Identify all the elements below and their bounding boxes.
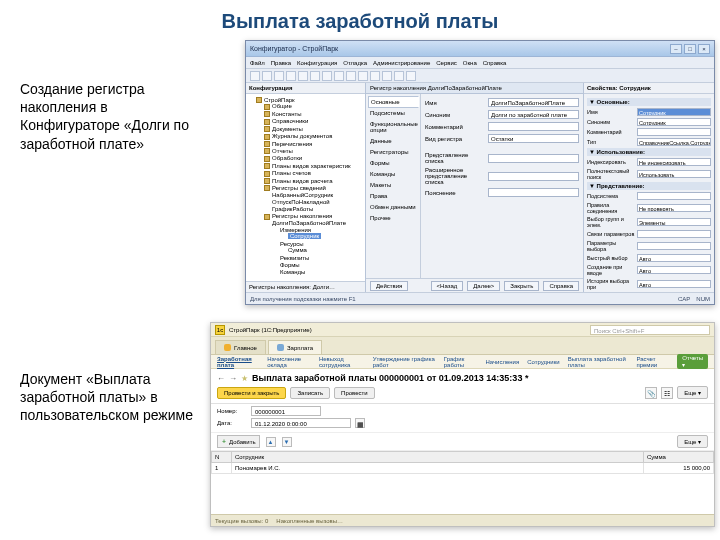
toolbar-button[interactable] xyxy=(334,71,344,81)
toolbar-button[interactable] xyxy=(346,71,356,81)
prop-input-linksel[interactable] xyxy=(637,242,711,250)
tree-forms[interactable]: Формы xyxy=(280,261,363,268)
subtab-bonus[interactable]: Расчет премии xyxy=(636,356,669,368)
tree-node-accum[interactable]: Регистры накопления ДолгиПоЗаработнойПла… xyxy=(264,213,363,276)
prop-input-fastsel[interactable]: Авто xyxy=(637,254,711,262)
toolbar-button[interactable] xyxy=(394,71,404,81)
actions-button[interactable]: Действия xyxy=(370,281,408,291)
tab-templates[interactable]: Макеты xyxy=(368,180,418,191)
tree-node[interactable]: Константы xyxy=(264,110,363,117)
grid-more-button[interactable]: Еще ▾ xyxy=(677,435,708,448)
subtab-salary[interactable]: Начисление оклада xyxy=(267,356,311,368)
tab-data[interactable]: Данные xyxy=(368,136,418,147)
tree-node[interactable]: Журналы документов xyxy=(264,133,363,140)
move-up-icon[interactable]: ▲ xyxy=(266,437,276,447)
post-close-button[interactable]: Провести и закрыть xyxy=(217,387,286,399)
tab-registrators[interactable]: Регистраторы xyxy=(368,147,418,158)
prop-input-fulltext[interactable]: Использовать xyxy=(637,170,711,178)
menu-edit[interactable]: Правка xyxy=(271,60,291,66)
input-listpresent[interactable] xyxy=(488,154,579,163)
col-employee[interactable]: Сотрудник xyxy=(232,452,644,463)
print-icon[interactable]: ☷ xyxy=(661,387,673,399)
prop-input-connect[interactable]: Не проверять xyxy=(637,204,711,212)
prop-group-present[interactable]: ▼ Представление: xyxy=(587,182,711,190)
toolbar-button[interactable] xyxy=(262,71,272,81)
tab-commands[interactable]: Команды xyxy=(368,169,418,180)
prop-group-use[interactable]: ▼ Использование: xyxy=(587,148,711,156)
tab-home[interactable]: Главное xyxy=(215,340,266,354)
tab-rights[interactable]: Права xyxy=(368,191,418,202)
tab-main[interactable]: Основные xyxy=(368,96,419,108)
attach-icon[interactable]: 📎 xyxy=(645,387,657,399)
prop-input-quickpick[interactable]: Элементы xyxy=(637,218,711,226)
tree-commands[interactable]: Команды xyxy=(280,268,363,275)
tree-node[interactable]: Планы счетов xyxy=(264,170,363,177)
close-editor-button[interactable]: Закрыть xyxy=(504,281,539,291)
toolbar-button[interactable] xyxy=(322,71,332,81)
menu-config[interactable]: Конфигурация xyxy=(297,60,337,66)
col-sum[interactable]: Сумма xyxy=(644,452,714,463)
toolbar-button[interactable] xyxy=(310,71,320,81)
tab-subsystems[interactable]: Подсистемы xyxy=(368,108,418,119)
back-button[interactable]: <Назад xyxy=(431,281,464,291)
tree-node[interactable]: Общие xyxy=(264,103,363,110)
subtab-payout[interactable]: Выплата заработной платы xyxy=(568,356,629,368)
tree-node[interactable]: Планы видов расчета xyxy=(264,177,363,184)
help-button[interactable]: Справка xyxy=(543,281,579,291)
input-number[interactable]: 000000001 xyxy=(251,406,321,416)
fwd-arrow-icon[interactable]: → xyxy=(229,374,237,383)
post-button[interactable]: Провести xyxy=(334,387,375,399)
prop-input-create[interactable]: Авто xyxy=(637,266,711,274)
toolbar-button[interactable] xyxy=(298,71,308,81)
tab-other[interactable]: Прочее xyxy=(368,213,418,224)
prop-input-comment[interactable] xyxy=(637,128,711,136)
grid[interactable]: N Сотрудник Сумма 1 Пономарев И.С. 15 00… xyxy=(211,451,714,514)
cell-employee[interactable]: Пономарев И.С. xyxy=(232,463,644,474)
prop-input-synonym[interactable]: Сотрудник xyxy=(637,118,711,126)
toolbar-button[interactable] xyxy=(370,71,380,81)
input-comment[interactable] xyxy=(488,122,579,131)
col-n[interactable]: N xyxy=(212,452,232,463)
subtab-schedule[interactable]: График работы xyxy=(444,356,478,368)
subtab-accruals[interactable]: Начисления xyxy=(485,359,519,365)
toolbar-button[interactable] xyxy=(250,71,260,81)
prop-input-name[interactable]: Сотрудник xyxy=(637,108,711,116)
tree-dimension-item[interactable]: Сотрудник xyxy=(288,233,363,240)
prop-input-index[interactable]: Не индексировать xyxy=(637,158,711,166)
tree-resources[interactable]: Ресурсы Сумма xyxy=(280,240,363,254)
select-regtype[interactable]: Остатки xyxy=(488,134,579,143)
close-button[interactable]: × xyxy=(698,44,710,54)
tree-node[interactable]: Справочники xyxy=(264,118,363,125)
tree-node[interactable]: Перечисления xyxy=(264,140,363,147)
prop-input-type[interactable]: СправочникСсылка.Сотрудники xyxy=(637,138,711,146)
next-button[interactable]: Далее> xyxy=(467,281,500,291)
more-button[interactable]: Еще ▾ xyxy=(677,386,708,399)
menu-windows[interactable]: Окна xyxy=(463,60,477,66)
prop-input-subsystem[interactable] xyxy=(637,192,711,200)
tree-node[interactable]: Документы xyxy=(264,125,363,132)
input-extpresent[interactable] xyxy=(488,172,579,181)
menu-file[interactable]: Файл xyxy=(250,60,265,66)
reports-button[interactable]: Отчеты ▾ xyxy=(677,354,708,369)
maximize-button[interactable]: □ xyxy=(684,44,696,54)
tree-leaf[interactable]: НабранныйСотрудник xyxy=(272,191,363,198)
toolbar-button[interactable] xyxy=(286,71,296,81)
toolbar-button[interactable] xyxy=(406,71,416,81)
tree-node[interactable]: Регистры сведений НабранныйСотрудник Отп… xyxy=(264,185,363,213)
config-tree[interactable]: СтройПарк Общие Константы Справочники До… xyxy=(246,94,365,281)
table-row[interactable]: 1 Пономарев И.С. 15 000,00 xyxy=(212,463,714,474)
minimize-button[interactable]: – xyxy=(670,44,682,54)
subtab-wage[interactable]: Заработная плата xyxy=(217,356,259,368)
toolbar-button[interactable] xyxy=(358,71,368,81)
tab-funcopts[interactable]: Функциональные опции xyxy=(368,119,418,136)
cell-sum[interactable]: 15 000,00 xyxy=(644,463,714,474)
tree-dimensions[interactable]: Измерения Сотрудник xyxy=(280,226,363,240)
prop-input-history[interactable]: Авто xyxy=(637,280,711,288)
move-down-icon[interactable]: ▼ xyxy=(282,437,292,447)
favorite-icon[interactable]: ★ xyxy=(241,374,248,383)
add-button[interactable]: ＋Добавить xyxy=(217,435,260,448)
tree-leaf[interactable]: ГрафикРаботы xyxy=(272,205,363,212)
search-input[interactable]: Поиск Ctrl+Shift+F xyxy=(590,325,710,335)
cell-n[interactable]: 1 xyxy=(212,463,232,474)
menu-debug[interactable]: Отладка xyxy=(343,60,367,66)
